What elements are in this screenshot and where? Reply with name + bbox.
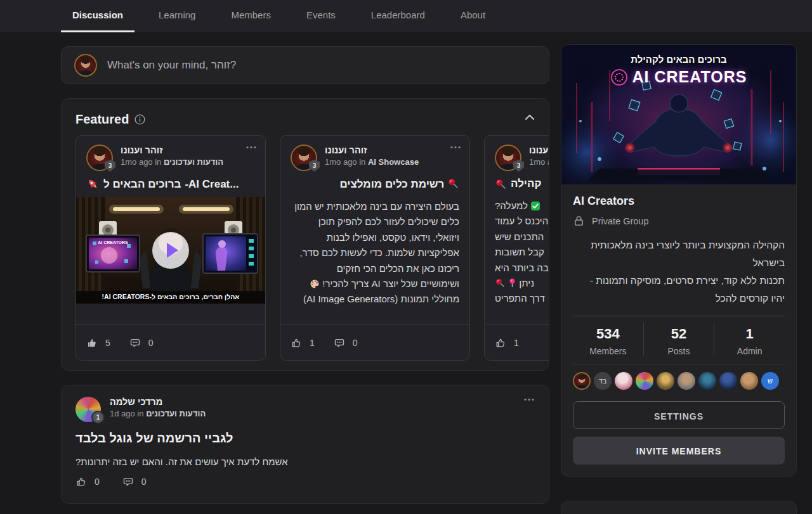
channel-name[interactable]: AI Showcase	[368, 157, 419, 167]
author-name[interactable]: זוהר וענונו	[529, 145, 549, 155]
like-button[interactable]: 1	[495, 337, 519, 349]
more-options-icon[interactable]	[246, 146, 257, 149]
tab-learning[interactable]: Learning	[147, 0, 207, 30]
member-avatar[interactable]	[740, 372, 758, 390]
more-options-icon[interactable]	[523, 398, 535, 401]
author-name[interactable]: זוהר וענונו	[325, 145, 419, 155]
banner-brand-text: AI CREATORS	[632, 68, 747, 86]
featured-card-community[interactable]: 3 זוהר וענונו 1mo ago in קהילה למעלה? הי…	[484, 135, 549, 361]
stat-value: 534	[573, 326, 643, 342]
current-user-avatar[interactable]	[74, 54, 97, 77]
author-name[interactable]: מרדכי שלמה	[110, 397, 206, 407]
comment-button[interactable]: 0	[334, 337, 358, 349]
body-line: בה ביותר היא	[495, 260, 549, 276]
channel-name[interactable]: הודעות ועדכונים	[164, 157, 223, 167]
body-line: היכנס ל עמוד	[495, 214, 549, 229]
post-meta: 1mo ago in AI Showcase	[325, 157, 419, 167]
tab-events[interactable]: Events	[295, 0, 347, 30]
member-avatar[interactable]	[719, 372, 737, 390]
stat-members[interactable]: 534 Members	[573, 323, 643, 356]
comment-button[interactable]: 0	[122, 476, 147, 487]
avatar[interactable]: 1	[75, 397, 101, 422]
avatar[interactable]: 3	[291, 145, 317, 171]
like-count: 1	[310, 338, 315, 348]
stat-posts[interactable]: 52 Posts	[643, 323, 714, 356]
pushpin-icon	[495, 178, 507, 190]
body-line: דרך התפריט	[495, 291, 549, 306]
chevron-up-icon[interactable]	[525, 114, 535, 120]
like-button[interactable]: 0	[75, 476, 100, 487]
community-banner[interactable]: ברוכים הבאים לקהילת AI CREATORS	[561, 45, 796, 184]
featured-card-tools[interactable]: 3 זוהר וענונו 1mo ago in AI Showcase רשי…	[280, 135, 470, 361]
member-avatar[interactable]	[657, 372, 674, 390]
member-avatar[interactable]	[636, 372, 653, 390]
play-icon[interactable]	[152, 232, 189, 269]
post-title[interactable]: קהילה	[495, 177, 549, 190]
like-button[interactable]: 1	[291, 337, 315, 349]
info-icon[interactable]	[134, 114, 145, 125]
banner-welcome-text: ברוכים הבאים לקהילת	[561, 54, 796, 65]
author-name[interactable]: זוהר וענונו	[121, 145, 223, 155]
community-card: ברוכים הבאים לקהילת AI CREATORS AI Creat…	[561, 44, 797, 477]
feed-column: What's on your mind, זוהר? Featured 3	[61, 46, 549, 504]
body-line: למעלה?	[495, 198, 549, 214]
post-composer[interactable]: What's on your mind, זוהר?	[61, 46, 549, 84]
like-button[interactable]: 5	[86, 337, 110, 349]
post-time: 1d ago in	[110, 409, 144, 418]
post-title[interactable]: ברוכים הבאים ל-AI Creat...	[86, 177, 255, 191]
post-body: אשמח לדעת איך עושים את זה. והאם יש בזה י…	[75, 455, 535, 468]
post-title[interactable]: לגביי הרשמה של גוגל בלבד	[75, 430, 535, 446]
more-options-icon[interactable]	[450, 146, 461, 149]
stat-admins[interactable]: 1 Admin	[714, 323, 785, 356]
member-avatar[interactable]	[678, 372, 695, 390]
settings-button[interactable]: SETTINGS	[573, 401, 785, 429]
post-card[interactable]: 1 מרדכי שלמה 1d ago in הודעות ועדכונים ל…	[61, 385, 549, 504]
channel-name[interactable]: הודעות ועדכונים	[146, 409, 206, 418]
stat-value: 52	[644, 326, 714, 342]
stat-label: Admin	[714, 346, 785, 356]
level-badge: 1	[91, 411, 105, 424]
tab-members[interactable]: Members	[219, 0, 282, 30]
body-line: התכנים שיש	[495, 229, 549, 245]
featured-section: Featured 3 זוהר וענונו 1mo	[61, 98, 549, 371]
post-title-hebrew: ברוכים הבאים ל	[103, 178, 181, 191]
description-line: הקהילה המקצועית ביותר ליוצרי בינה מלאכות…	[573, 236, 785, 254]
rocket-icon	[86, 177, 100, 191]
comment-count: 0	[141, 477, 147, 487]
video-caption: אהלן חברים, ברוכים הבאים ל-AI CREATORS!	[76, 293, 265, 300]
video-thumbnail[interactable]: AI CREATORS	[76, 197, 265, 304]
body-line: ויזואלי, וידאו, טקסט, ואפילו לבנות	[291, 230, 459, 245]
post-title-text: רשימת כלים מומלצים	[339, 178, 444, 190]
top-navigation: Discussion Learning Members Events Leade…	[0, 0, 812, 32]
tab-about[interactable]: About	[449, 0, 497, 30]
community-stats: 534 Members 52 Posts 1 Admin	[573, 316, 785, 364]
monitor-screen-text: AI CREATORS	[98, 240, 128, 245]
post-time: 1mo ago in	[325, 157, 365, 167]
body-line: בעולם היצירה עם בינה מלאכותית יש המון	[291, 199, 459, 214]
featured-card-welcome[interactable]: 3 זוהר וענונו 1mo ago in הודעות ועדכונים…	[75, 135, 266, 361]
tab-discussion[interactable]: Discussion	[61, 0, 134, 30]
privacy-label: Private Group	[592, 216, 648, 226]
body-line: ושימושיים שכל יוצר AI צריך להכיר!	[291, 276, 459, 292]
member-avatar[interactable]	[698, 372, 716, 390]
post-time: 1mo ago in	[529, 157, 549, 167]
nav-tabs: Discussion Learning Members Events Leade…	[61, 0, 497, 32]
level-badge: 3	[309, 160, 320, 172]
like-count: 5	[105, 338, 110, 348]
tab-leaderboard[interactable]: Leaderboard	[360, 0, 436, 30]
check-icon	[530, 201, 540, 211]
avatar[interactable]: 3	[495, 145, 521, 171]
member-avatars-row: בד ש	[573, 364, 785, 391]
avatar[interactable]: 3	[86, 145, 113, 171]
comment-button[interactable]: 0	[129, 337, 154, 349]
featured-cards-row: 3 זוהר וענונו 1mo ago in הודעות ועדכונים…	[75, 135, 535, 361]
invite-members-button[interactable]: INVITE MEMBERS	[573, 437, 785, 465]
member-avatar[interactable]	[573, 372, 591, 390]
member-avatar[interactable]: ש	[761, 372, 779, 390]
member-avatar[interactable]	[615, 372, 632, 390]
post-title[interactable]: רשימת כלים מומלצים	[291, 177, 459, 191]
post-body: בעולם היצירה עם בינה מלאכותית יש המון כל…	[291, 199, 459, 307]
community-sidebar: ברוכים הבאים לקהילת AI CREATORS AI Creat…	[561, 44, 797, 514]
member-avatar[interactable]: בד	[594, 372, 612, 390]
community-description: הקהילה המקצועית ביותר ליוצרי בינה מלאכות…	[573, 236, 785, 307]
